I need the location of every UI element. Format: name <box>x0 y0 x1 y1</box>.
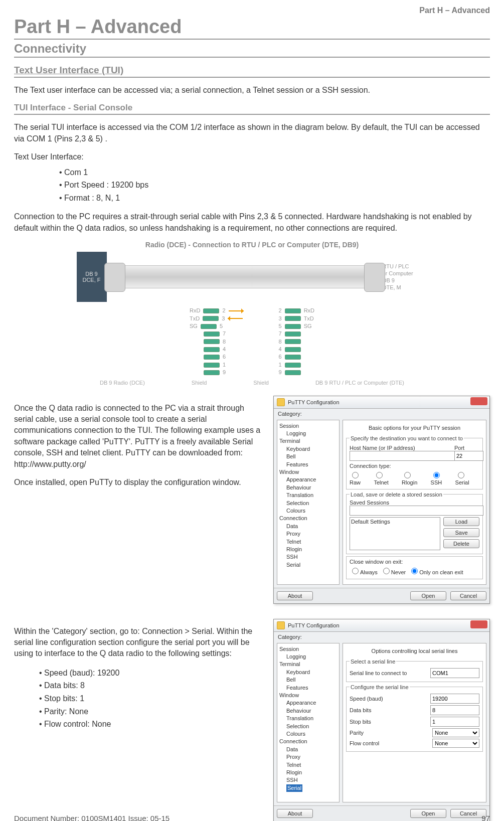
serial-line-input[interactable] <box>430 668 479 678</box>
tree-item[interactable]: Window <box>279 692 337 699</box>
label: 7 <box>279 330 282 338</box>
putty-open-para: Once installed, open PuTTy to display th… <box>14 477 263 488</box>
tree-item[interactable]: Appearance <box>279 476 337 483</box>
tree-item[interactable]: Rlogin <box>279 546 337 553</box>
tree-item[interactable]: Keyboard <box>279 445 337 453</box>
tree-item[interactable]: Terminal <box>279 661 337 668</box>
tree-item[interactable]: Logging <box>279 430 337 437</box>
sessions-listbox[interactable]: Default Settings <box>350 517 440 550</box>
radio-rlogin[interactable] <box>404 472 411 478</box>
tree-item[interactable]: Session <box>279 422 337 430</box>
tree-item[interactable]: Terminal <box>279 437 337 445</box>
closewin-label: Close window on exit: <box>350 559 479 565</box>
tree-item[interactable]: Features <box>279 684 337 692</box>
list-item: Data bits: 8 <box>39 679 263 692</box>
tree-item[interactable]: Rlogin <box>279 769 337 776</box>
cancel-button[interactable]: Cancel <box>450 591 486 600</box>
tree-item[interactable]: Logging <box>279 653 337 661</box>
open-button[interactable]: Open <box>410 591 446 600</box>
parity-select[interactable]: None <box>432 728 479 737</box>
part-title: Part H – Advanced <box>14 16 490 40</box>
radio-always[interactable] <box>352 568 359 574</box>
delete-button[interactable]: Delete <box>443 539 479 548</box>
speed-input[interactable] <box>430 694 479 704</box>
label: 9 <box>223 369 226 376</box>
tree-item[interactable]: Appearance <box>279 699 337 707</box>
tree-item[interactable]: Data <box>279 523 337 530</box>
tree-item[interactable]: Data <box>279 746 337 753</box>
tree-item[interactable]: Proxy <box>279 753 337 761</box>
tree-item[interactable]: Serial <box>279 784 337 792</box>
category-tree[interactable]: SessionLoggingTerminalKeyboardBellFeatur… <box>277 643 340 802</box>
stopbits-input[interactable] <box>430 717 479 727</box>
stopbits-label: Stop bits <box>350 719 427 725</box>
titlebar[interactable]: PuTTY Configuration <box>274 396 489 409</box>
tree-item[interactable]: Bell <box>279 676 337 684</box>
radio-telnet[interactable] <box>376 472 383 478</box>
footer-docnum: Document Number: 0100SM1401 Issue: 05-15 <box>14 814 170 821</box>
flowcontrol-label: Flow control <box>350 740 429 746</box>
tree-item[interactable]: Translation <box>279 491 337 499</box>
running-header: Part H – Advanced <box>14 0 490 15</box>
tree-item[interactable]: Colours <box>279 507 337 515</box>
host-label: Host Name (or IP address) <box>350 445 451 451</box>
tree-item[interactable]: Behaviour <box>279 707 337 715</box>
label: 3 <box>279 315 282 322</box>
category-tree[interactable]: SessionLoggingTerminalKeyboardBellFeatur… <box>277 420 340 585</box>
host-input[interactable] <box>350 451 455 461</box>
label: Telnet <box>374 479 388 485</box>
tui-bullets: Com 1 Port Speed : 19200 bps Format : 8,… <box>59 166 490 205</box>
close-icon[interactable] <box>470 620 487 628</box>
label: Never <box>391 569 406 575</box>
about-button[interactable]: About <box>277 591 313 600</box>
tree-item[interactable]: SSH <box>279 776 337 784</box>
tree-item[interactable]: Keyboard <box>279 669 337 676</box>
tree-item[interactable]: SSH <box>279 553 337 561</box>
conntype-radios[interactable]: Raw Telnet Rlogin SSH Serial <box>350 470 479 485</box>
saved-session-input[interactable] <box>350 506 483 516</box>
legend: Select a serial line <box>350 659 396 665</box>
tree-item[interactable]: Connection <box>279 738 337 745</box>
putty-serial-window: PuTTY Configuration Category: SessionLog… <box>273 619 490 821</box>
load-button[interactable]: Load <box>443 517 479 526</box>
titlebar[interactable]: PuTTY Configuration <box>274 619 489 632</box>
tree-item[interactable]: Proxy <box>279 530 337 538</box>
tree-item[interactable]: Behaviour <box>279 484 337 491</box>
port-input[interactable] <box>454 451 483 461</box>
label: RxD <box>304 307 314 314</box>
putty-icon <box>277 398 285 406</box>
save-button[interactable]: Save <box>443 528 479 537</box>
close-icon[interactable] <box>470 397 487 405</box>
radio-raw[interactable] <box>352 472 359 478</box>
list-item: Parity: None <box>39 705 263 718</box>
radio-ssh[interactable] <box>433 472 440 478</box>
radio-serial[interactable] <box>458 472 464 478</box>
tree-item[interactable]: Selection <box>279 723 337 730</box>
tree-item[interactable]: Serial <box>279 561 337 569</box>
flowcontrol-select[interactable]: None <box>432 739 479 748</box>
tree-item[interactable]: Session <box>279 645 337 653</box>
pins-left: RxD2 TxD3 SG5 7 8 4 6 1 9 <box>190 307 244 377</box>
list-item: Format : 8, N, 1 <box>59 192 490 205</box>
tree-item[interactable]: Connection <box>279 515 337 522</box>
db9-left-connector: DB 9 DCE, F <box>77 252 107 302</box>
tree-item[interactable]: Translation <box>279 715 337 722</box>
list-item[interactable]: Default Settings <box>351 519 439 525</box>
databits-input[interactable] <box>430 705 479 715</box>
radio-never[interactable] <box>383 568 390 574</box>
tree-item[interactable]: Telnet <box>279 538 337 546</box>
radio-cleanexit[interactable] <box>411 568 418 574</box>
intro-para: The Text user interface can be accessed … <box>14 85 490 96</box>
tree-item[interactable]: Colours <box>279 730 337 738</box>
label: TxD <box>304 315 314 322</box>
label: DB 9 RTU / PLC or Computer (DTE) <box>315 380 404 386</box>
tree-item[interactable]: Telnet <box>279 761 337 769</box>
tree-item[interactable]: Window <box>279 468 337 476</box>
label: Shield <box>253 380 269 386</box>
list-item: Port Speed : 19200 bps <box>59 179 490 192</box>
session-panel: Basic options for your PuTTY session Spe… <box>343 420 486 585</box>
label: Shield <box>192 380 207 386</box>
tree-item[interactable]: Bell <box>279 453 337 460</box>
tree-item[interactable]: Selection <box>279 500 337 507</box>
tree-item[interactable]: Features <box>279 461 337 468</box>
